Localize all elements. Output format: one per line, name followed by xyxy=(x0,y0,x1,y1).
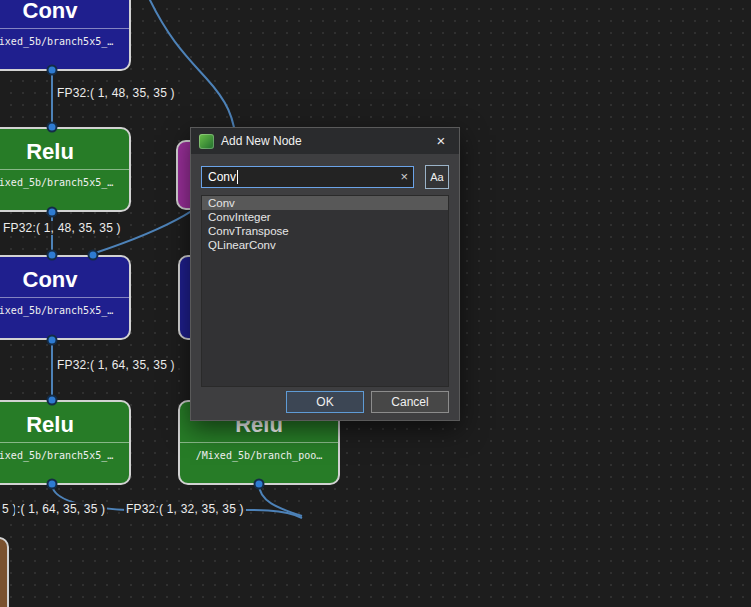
node-name-label: /Mixed_5b/branch5x5_… xyxy=(0,169,129,195)
node-type-label: Relu xyxy=(0,402,129,442)
edge-tensor-label: FP32:( 1, 48, 35, 35 ) xyxy=(1,221,123,235)
node-type-label: Relu xyxy=(0,129,129,169)
graph-canvas[interactable]: Conv /Mixed_5b/branch5x5_… Relu /Mixed_5… xyxy=(0,0,751,607)
list-item[interactable]: Conv xyxy=(202,196,448,210)
node-name-label: /Mixed_5b/branch5x5_… xyxy=(0,28,129,54)
node-name-label: /Mixed_5b/branch5x5_… xyxy=(0,297,129,323)
port[interactable] xyxy=(47,395,58,406)
add-node-dialog: Add New Node × Conv × Aa Conv ConvIntege… xyxy=(190,127,460,421)
match-case-button[interactable]: Aa xyxy=(425,165,449,189)
port[interactable] xyxy=(47,479,58,490)
list-item[interactable]: QLinearConv xyxy=(202,238,448,252)
node-name-label: /Mixed_5b/branch_poo… xyxy=(180,442,338,468)
text-caret xyxy=(237,170,238,184)
node-conv-1[interactable]: Conv /Mixed_5b/branch5x5_… xyxy=(0,0,131,71)
port[interactable] xyxy=(47,122,58,133)
node-partial-bottom[interactable] xyxy=(0,537,9,607)
list-item[interactable]: ConvInteger xyxy=(202,210,448,224)
search-input[interactable]: Conv × xyxy=(201,166,414,188)
close-icon[interactable]: × xyxy=(431,131,451,151)
edge-tensor-label: FP32:( 1, 48, 35, 35 ) xyxy=(55,86,177,100)
clear-search-icon[interactable]: × xyxy=(400,167,408,187)
list-item[interactable]: ConvTranspose xyxy=(202,224,448,238)
port[interactable] xyxy=(47,335,58,346)
port[interactable] xyxy=(47,207,58,218)
edge-tensor-label: :( 1, 64, 35, 35 ) xyxy=(15,502,107,516)
port[interactable] xyxy=(88,250,99,261)
dialog-title: Add New Node xyxy=(221,134,424,148)
cancel-button[interactable]: Cancel xyxy=(371,391,449,413)
edge-tensor-label: FP32:( 1, 32, 35, 35 ) xyxy=(124,502,246,516)
dialog-body: Conv × Aa Conv ConvInteger ConvTranspose… xyxy=(191,154,459,422)
edge-tensor-label: FP32:( 1, 64, 35, 35 ) xyxy=(55,358,177,372)
node-name-label: /Mixed_5b/branch5x5_… xyxy=(0,442,129,468)
node-type-list: Conv ConvInteger ConvTranspose QLinearCo… xyxy=(201,195,449,387)
ok-button[interactable]: OK xyxy=(286,391,364,413)
node-type-label: Conv xyxy=(0,257,129,297)
node-relu-2[interactable]: Relu /Mixed_5b/branch5x5_… xyxy=(0,400,131,485)
app-icon xyxy=(199,134,214,149)
node-conv-2[interactable]: Conv /Mixed_5b/branch5x5_… xyxy=(0,255,131,340)
search-value: Conv xyxy=(208,170,236,184)
port[interactable] xyxy=(47,250,58,261)
dialog-titlebar[interactable]: Add New Node × xyxy=(191,128,459,154)
node-type-label: Conv xyxy=(0,0,129,28)
port[interactable] xyxy=(47,65,58,76)
node-relu-1[interactable]: Relu /Mixed_5b/branch5x5_… xyxy=(0,127,131,212)
port[interactable] xyxy=(254,479,265,490)
